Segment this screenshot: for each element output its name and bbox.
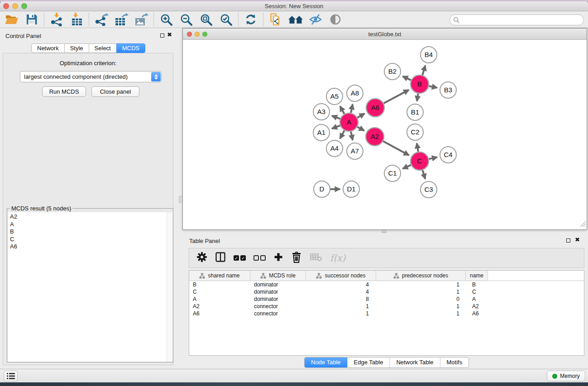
mcds-result-item[interactable]: A: [8, 221, 167, 229]
table-cell: A: [189, 296, 250, 302]
graph-edge[interactable]: [417, 94, 418, 101]
criterion-select[interactable]: largest connected component (directed): [20, 71, 162, 82]
graph-edge[interactable]: [422, 66, 425, 75]
graph-edge[interactable]: [403, 76, 411, 81]
tab-motifs[interactable]: Motifs: [440, 357, 469, 367]
graph-edge[interactable]: [403, 165, 411, 169]
column-header-predecessor-nodes[interactable]: predecessor nodes: [376, 271, 466, 281]
graph-edge[interactable]: [357, 114, 364, 118]
tab-edge-table[interactable]: Edge Table: [347, 357, 390, 367]
graph-edge[interactable]: [332, 116, 340, 119]
window-resize-grip[interactable]: [580, 221, 586, 229]
tab-select[interactable]: Select: [89, 43, 117, 53]
column-label: successor nodes: [325, 272, 365, 279]
graph-edge[interactable]: [351, 132, 353, 140]
graph-node-label: D: [320, 185, 325, 193]
control-panel-title: Control Panel: [5, 33, 41, 39]
network-graph: B4B2BB3A8A5A6A3B1AC2A1A2A4A7C4CC1DD1C3: [183, 40, 587, 229]
table-row[interactable]: A2connector11A2: [189, 303, 584, 310]
table-row[interactable]: Bdominator41B: [189, 281, 584, 288]
close-panel-button[interactable]: Close panel: [91, 86, 139, 97]
graph-edge[interactable]: [422, 170, 425, 179]
task-history-button[interactable]: [4, 371, 18, 381]
tab-style[interactable]: Style: [64, 43, 89, 53]
toggle-panels-button[interactable]: [215, 252, 226, 264]
show-all-button[interactable]: [326, 12, 344, 27]
export-image-button[interactable]: [132, 12, 150, 27]
close-panel-icon[interactable]: ✖: [167, 32, 172, 38]
tab-node-table[interactable]: Node Table: [305, 357, 347, 367]
table-cell: B: [466, 281, 488, 288]
graph-edge[interactable]: [340, 106, 344, 114]
graph-edge[interactable]: [429, 157, 437, 159]
create-column-button[interactable]: [273, 252, 283, 264]
graph-edge[interactable]: [357, 127, 364, 131]
result-list-scrollbar[interactable]: [167, 212, 172, 362]
graph-node-label: B3: [444, 86, 452, 94]
refresh-button[interactable]: [242, 12, 260, 27]
graph-edge[interactable]: [351, 105, 353, 113]
float-panel-icon[interactable]: [160, 33, 164, 38]
graph-edge[interactable]: [383, 141, 409, 155]
graph-edge[interactable]: [384, 90, 409, 104]
graph-edge[interactable]: [417, 143, 418, 152]
table-settings-button[interactable]: [196, 252, 207, 264]
column-label: predecessor nodes: [402, 272, 448, 279]
column-header-mcds-role[interactable]: MCDS role: [250, 271, 306, 281]
export-table-button[interactable]: [112, 12, 130, 27]
graph-edge[interactable]: [332, 125, 340, 129]
vertical-splitter-handle[interactable]: [179, 196, 182, 203]
graph-edge[interactable]: [340, 130, 344, 138]
column-header-name[interactable]: name: [466, 271, 488, 281]
first-neighbors-button[interactable]: [287, 12, 305, 27]
zoom-in-button[interactable]: [157, 12, 175, 27]
control-panel: Control Panel ✖ Network Style Select MCD…: [0, 28, 177, 369]
refresh-icon: [244, 13, 257, 26]
graph-node-label: B1: [411, 108, 419, 116]
search-input[interactable]: [449, 14, 584, 25]
graph-node-label: C2: [411, 128, 419, 136]
horizontal-splitter-handle[interactable]: [382, 230, 387, 233]
column-header-shared-name[interactable]: shared name: [189, 271, 250, 281]
memory-button[interactable]: Memory: [547, 371, 585, 381]
import-table-button[interactable]: [67, 12, 86, 27]
table-row[interactable]: A6connector11A6: [189, 310, 584, 317]
main-toolbar: [0, 11, 588, 28]
tab-network-table[interactable]: Network Table: [389, 357, 440, 367]
select-all-columns-button[interactable]: ✓ ✓: [234, 255, 246, 261]
column-header-successor-nodes[interactable]: successor nodes: [306, 271, 376, 281]
graph-edge[interactable]: [429, 86, 437, 88]
mcds-result-item[interactable]: B: [8, 228, 167, 236]
table-row[interactable]: Adominator80A: [189, 295, 584, 303]
open-session-button[interactable]: [3, 12, 21, 27]
app-window: Session: New Session: [0, 1, 588, 382]
tab-network[interactable]: Network: [31, 43, 65, 53]
table-row[interactable]: Cdominator41C: [189, 288, 584, 295]
columns-icon: [215, 252, 226, 262]
function-builder-button[interactable]: f(x): [330, 253, 345, 263]
save-session-button[interactable]: [23, 12, 41, 27]
float-table-panel-icon[interactable]: [566, 238, 570, 243]
tree-icon: [316, 273, 322, 279]
mcds-result-item[interactable]: A2: [8, 212, 167, 221]
network-window-titlebar[interactable]: testGlobe.txt: [183, 29, 587, 40]
zoom-out-button[interactable]: [177, 12, 195, 27]
deselect-all-columns-button[interactable]: [253, 255, 266, 261]
close-table-panel-icon[interactable]: ✖: [575, 237, 580, 243]
zoom-selected-button[interactable]: [217, 12, 235, 27]
graph-node-label: A5: [330, 92, 339, 100]
graph-node-label: A4: [330, 144, 339, 152]
mcds-result-item[interactable]: A6: [8, 243, 167, 251]
tab-mcds[interactable]: MCDS: [116, 43, 145, 53]
clone-network-button[interactable]: [267, 12, 285, 27]
delete-table-button[interactable]: [310, 252, 322, 264]
run-mcds-button[interactable]: Run MCDS: [42, 86, 86, 97]
import-network-button[interactable]: [48, 12, 66, 27]
delete-column-button[interactable]: [291, 251, 302, 265]
zoom-fit-button[interactable]: [197, 12, 215, 27]
export-network-button[interactable]: [92, 12, 110, 27]
network-canvas[interactable]: B4B2BB3A8A5A6A3B1AC2A1A2A4A7C4CC1DD1C3: [183, 40, 587, 229]
table-cell: C: [466, 289, 488, 295]
mcds-result-item[interactable]: C: [8, 236, 167, 243]
hide-selected-button[interactable]: [306, 12, 325, 27]
